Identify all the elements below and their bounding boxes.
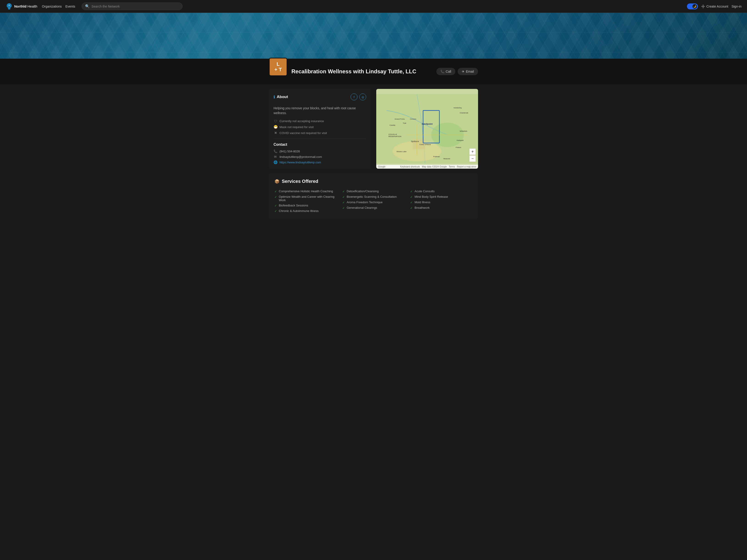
navbar: Northld Health Organizations Events 🔍 🌙 … [0, 0, 747, 13]
service-item: ✓ Detoxification/Cleansing [342, 189, 405, 194]
service-item: ✓ Bioenergetic Scanning & Consultation [342, 194, 405, 199]
toggle-knob: 🌙 [692, 4, 697, 9]
check-icon: ✓ [410, 206, 413, 210]
service-item: ✓ Mind Body Spirit Release [410, 194, 472, 199]
no-vaccine-icon: ✖ [274, 131, 278, 135]
service-item: ✓ Optimize Wealth and Career with Cleari… [275, 194, 337, 203]
map-terms[interactable]: Terms [449, 165, 455, 168]
service-item: ✓ Aroma Freedom Technique [342, 199, 405, 205]
service-item: ✓ Chronic & Autoimmune Illness [275, 208, 337, 214]
svg-text:Grand Forks: Grand Forks [394, 118, 405, 120]
facebook-button[interactable]: f [351, 94, 357, 100]
svg-text:Creston: Creston [410, 118, 416, 120]
check-icon: ✓ [275, 209, 277, 213]
nav-links: Organizations Events [42, 5, 75, 8]
nav-organizations[interactable]: Organizations [42, 5, 62, 8]
logo[interactable]: Northld Health [5, 3, 37, 10]
about-section: ℹ About f ◎ Helping you remove your bloc… [269, 89, 371, 169]
content-grid: ℹ About f ◎ Helping you remove your bloc… [269, 89, 478, 169]
service-item: ✓ Biofeedback Sessions [275, 203, 337, 208]
email-contact: ✉ lindsaytuttlenp@protonmail.com [274, 155, 366, 159]
service-item: ✓ Breathwork [410, 205, 472, 211]
keyboard-shortcuts[interactable]: Keyboard shortcuts [400, 165, 420, 168]
social-links: f ◎ [351, 94, 366, 100]
search-icon: 🔍 [85, 4, 89, 8]
services-column-3: ✓ Acute Consults ✓ Mind Body Spirit Rele… [410, 189, 472, 214]
dark-mode-toggle[interactable]: 🌙 [687, 3, 698, 9]
service-item: ✓ Mold Illness [410, 199, 472, 205]
map-zoom-out[interactable]: − [469, 155, 476, 162]
services-column-2: ✓ Detoxification/Cleansing ✓ Bioenergeti… [342, 189, 405, 214]
services-grid: ✓ Comprehensive Holistic Health Coaching… [275, 189, 472, 214]
svg-text:Moses Lake: Moses Lake [397, 151, 407, 153]
check-icon: ✓ [342, 190, 345, 193]
svg-text:RESERVATION: RESERVATION [388, 135, 401, 137]
check-icon: ✓ [410, 190, 413, 193]
call-button[interactable]: 📞 Call [436, 68, 455, 75]
map-section[interactable]: Sandpoint Spokane Coeur d'Alene COLVILLE… [376, 89, 478, 169]
info-icon: ℹ [274, 95, 275, 99]
website-link[interactable]: https://www.lindsaytuttlenp.com [280, 161, 321, 164]
email-send-icon: ✈ [462, 70, 465, 73]
svg-text:Spokane: Spokane [411, 140, 419, 142]
insurance-badge: 🛡 Currently not accepting insurance [274, 119, 366, 123]
svg-text:COLVILLE: COLVILLE [388, 133, 397, 135]
check-icon: ✓ [342, 195, 345, 199]
nav-events[interactable]: Events [65, 5, 75, 8]
svg-text:Trail: Trail [403, 122, 406, 124]
map-footer: Google Keyboard shortcuts Map data ©2024… [376, 165, 478, 169]
about-badges: 🛡 Currently not accepting insurance 😷 Ma… [274, 119, 366, 135]
email-contact-icon: ✉ [274, 155, 277, 159]
hero-banner [0, 13, 747, 59]
logo-text: Northld Health [14, 4, 37, 8]
check-icon: ✓ [410, 195, 413, 199]
svg-text:Colville: Colville [390, 124, 395, 126]
map-controls: + − [469, 149, 476, 162]
no-mask-icon: 😷 [274, 125, 278, 129]
search-input[interactable] [92, 5, 179, 8]
mask-badge: 😷 Mask not required for visit [274, 125, 366, 129]
svg-text:Kalispell: Kalispell [457, 139, 464, 141]
map-zoom-in[interactable]: + [469, 149, 476, 155]
map-report[interactable]: Report a map error [457, 165, 476, 168]
globe-icon: 🌐 [274, 160, 277, 164]
svg-text:Polson: Polson [456, 146, 461, 149]
map-placeholder[interactable]: Sandpoint Spokane Coeur d'Alene COLVILLE… [376, 89, 478, 169]
profile-actions: 📞 Call ✈ Email [436, 68, 478, 75]
logo-icon [5, 3, 13, 10]
phone-contact-icon: 📞 [274, 150, 277, 153]
services-icon: 📦 [275, 179, 280, 184]
avatar: L + T [269, 58, 287, 76]
email-button[interactable]: ✈ Email [458, 68, 478, 75]
services-title: Services Offered [282, 179, 318, 184]
services-column-1: ✓ Comprehensive Holistic Health Coaching… [275, 189, 337, 214]
profile-strip: L + T Recalibration Wellness with Lindsa… [263, 59, 484, 84]
website-contact: 🌐 https://www.lindsaytuttlenp.com [274, 160, 366, 164]
about-header: ℹ About f ◎ [274, 94, 366, 102]
check-icon: ✓ [275, 190, 277, 193]
instagram-button[interactable]: ◎ [359, 94, 366, 100]
avatar-initials: L + T [275, 61, 282, 73]
services-section: 📦 Services Offered ✓ Comprehensive Holis… [269, 173, 478, 219]
phone-icon: 📞 [440, 70, 444, 73]
contact-section: Contact 📞 (941) 504-8026 ✉ lindsaytuttle… [274, 142, 366, 164]
vaccine-badge: ✖ COVID vaccine not required for visit [274, 131, 366, 135]
svg-text:Coeur d'Alene: Coeur d'Alene [419, 143, 431, 145]
service-item: ✓ Generational Clearings [342, 205, 405, 211]
instagram-icon: ◎ [362, 95, 364, 99]
plus-icon: ➕ [701, 5, 705, 8]
nav-right: 🌙 ➕ Create Account Sign-in [687, 3, 742, 9]
map-svg: Sandpoint Spokane Coeur d'Alene COLVILLE… [376, 89, 478, 169]
service-item: ✓ Acute Consults [410, 189, 472, 194]
sign-in-link[interactable]: Sign-in [731, 5, 742, 8]
create-account-button[interactable]: ➕ Create Account [701, 5, 728, 8]
svg-rect-3 [0, 13, 747, 59]
about-description: Helping you remove your blocks, and heal… [274, 106, 366, 115]
svg-text:Sandpoint: Sandpoint [422, 123, 433, 125]
search-container: 🔍 [82, 2, 182, 10]
svg-text:Pullman: Pullman [433, 156, 440, 158]
contact-items: 📞 (941) 504-8026 ✉ lindsaytuttlenp@proto… [274, 150, 366, 164]
profile-name: Recalibration Wellness with Lindsay Tutt… [291, 68, 432, 75]
main-content: ℹ About f ◎ Helping you remove your bloc… [263, 84, 484, 224]
svg-text:Whitefish: Whitefish [460, 130, 467, 132]
